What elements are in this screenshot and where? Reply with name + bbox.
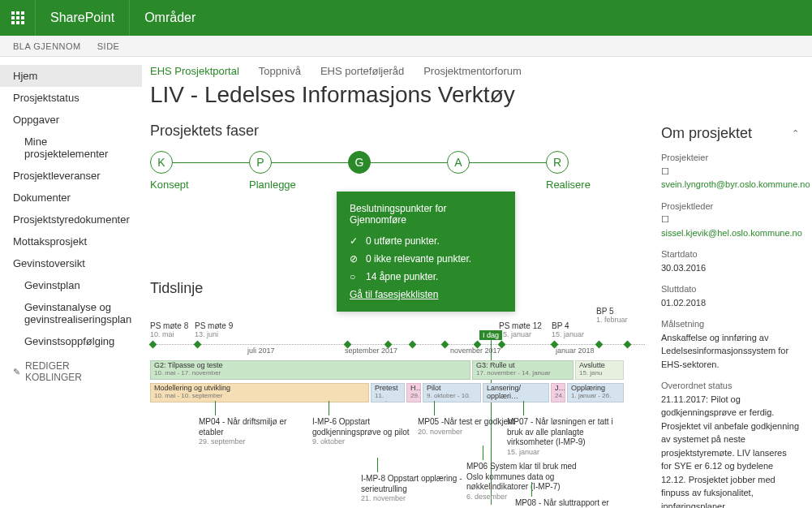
timeline-bar[interactable]: G2: Tilpasse og teste10. mai - 17. novem… [150, 360, 470, 380]
phase-circle: A [447, 151, 470, 174]
leftnav-item[interactable]: Gevinstsoppfølging [0, 330, 142, 352]
phase[interactable]: RRealisere [546, 151, 645, 191]
status-label: Overordnet status [661, 379, 799, 393]
phase-label: Konsept [150, 179, 249, 191]
timeline-bar[interactable]: Pilot9. oktober - 10. no [423, 383, 481, 403]
chevron-up-icon[interactable]: ⌃ [792, 127, 799, 140]
callout-line [531, 482, 532, 497]
milestone: BP 415. januar [552, 321, 584, 338]
suite-bar: SharePoint Områder [0, 0, 812, 36]
start-label: Startdato [661, 248, 799, 261]
topnav-item[interactable]: Prosjektmentorforum [423, 65, 522, 77]
section-about: Om prosjektet [661, 123, 752, 144]
milestone: PS møte 810. mai [150, 321, 188, 338]
app-launcher-icon[interactable] [0, 0, 36, 36]
leftnav-item[interactable]: Prosjektstyredokumenter [0, 209, 142, 230]
callout-line [523, 401, 524, 415]
about-panel: Om prosjektet ⌃ Prosjekteier☐ svein.lyng… [661, 123, 799, 508]
leftnav-item[interactable]: Mine prosjektelementer [0, 131, 142, 165]
brand-label[interactable]: SharePoint [36, 0, 130, 36]
owner-label: Prosjekteier [661, 151, 799, 165]
timeline-bar[interactable]: Opplæring1. januar - 26. [567, 383, 624, 403]
timeline-bar[interactable]: Lansering/ opplæri…17. november - 23. de [483, 383, 549, 403]
timeline-bar[interactable]: Modellering og utvikling10. mai - 10. se… [150, 383, 369, 403]
timeline-row: Modellering og utvikling10. mai - 10. se… [150, 383, 645, 404]
check-icon: ✓ [350, 235, 361, 247]
svg-rect-3 [11, 16, 15, 19]
timeline-bar[interactable]: H…29. [406, 383, 421, 403]
topnav-item[interactable]: EHS Prosjektportal [150, 65, 239, 77]
callout-line [215, 401, 216, 415]
end-label: Sluttdato [661, 282, 799, 296]
leftnav-item[interactable]: Mottaksprosjekt [0, 230, 142, 252]
callout-line [483, 446, 483, 460]
circle-icon: ○ [350, 271, 361, 282]
timeline-bar[interactable]: G3: Rulle ut17. november - 14. januar [472, 360, 574, 380]
areas-label[interactable]: Områder [130, 11, 210, 25]
leftnav-item[interactable]: Dokumenter [0, 187, 142, 209]
svg-rect-6 [11, 21, 15, 24]
topnav-item[interactable]: Toppnivå [259, 65, 301, 77]
timeline: PS møte 810. maiPS møte 913. juniPS møte… [150, 321, 645, 508]
timeline-callouts: MP04 - Når driftsmiljø er etabler29. sep… [150, 409, 645, 508]
callout-line [377, 458, 378, 472]
svg-rect-8 [21, 21, 24, 24]
tick: januar 2018 [556, 347, 595, 355]
callout: MP04 - Når driftsmiljø er etabler29. sep… [199, 417, 312, 446]
leftnav-item[interactable]: Gevinstplan [0, 274, 142, 296]
svg-rect-5 [21, 16, 24, 19]
callout: MP07 - Når løsningen er tatt i bruk av a… [507, 417, 621, 457]
phase-circle: P [249, 151, 272, 174]
phase[interactable]: KKonsept [150, 151, 249, 191]
milestone: PS møte 1215. januar [499, 321, 542, 338]
phase[interactable]: PPlanlegge [249, 151, 348, 191]
svg-rect-1 [16, 11, 19, 15]
owner-link[interactable]: svein.lyngroth@byr.oslo.kommune.no [661, 179, 810, 189]
leftnav-item[interactable]: Gevinstoversikt [0, 252, 142, 274]
tick: november 2017 [450, 347, 501, 355]
phase[interactable]: A [447, 151, 546, 191]
tick: juli 2017 [247, 347, 275, 355]
page-title: LIV - Ledelses Informasjons Verktøy [150, 82, 799, 108]
phase-label: Planlegge [249, 179, 348, 191]
timeline-bar[interactable]: Pretest11. septe [371, 383, 405, 403]
phase-circle: G [348, 151, 371, 174]
callout: MP08 - Når sluttrapport er godkjent1. fe… [515, 498, 629, 508]
svg-rect-7 [16, 21, 19, 24]
tooltip-irrelevant: 0 ikke relevante punkter. [366, 253, 471, 265]
left-nav: HjemProsjektstatusOppgaverMine prosjekte… [0, 57, 142, 508]
phase-label: Realisere [546, 179, 645, 191]
svg-rect-0 [11, 11, 15, 15]
phase-circle: K [150, 151, 173, 174]
timeline-bar[interactable]: Avslutte15. janu [575, 360, 624, 380]
ribbon-page[interactable]: SIDE [97, 41, 120, 51]
goal-label: Målsetning [661, 317, 799, 331]
timeline-axis: I dag juli 2017september 2017november 20… [150, 344, 645, 359]
callout-line [434, 401, 435, 415]
lead-link[interactable]: sissel.kjevik@hel.oslo.kommune.no [661, 228, 802, 238]
section-phases: Prosjektets faser [150, 123, 645, 140]
callout: I-MP-8 Oppstart opplæring - serieutrulli… [361, 474, 475, 503]
ribbon-browse[interactable]: BLA GJENNOM [13, 41, 81, 51]
status-value: 21.11.2017: Pilot og godkjenningsprøve e… [661, 393, 799, 509]
phase-tooltip: Beslutningspunkter for Gjennomføre ✓0 ut… [337, 192, 515, 312]
leftnav-item[interactable]: Gevinstanalyse og gevinstrealiseringspla… [0, 296, 142, 330]
tooltip-link[interactable]: Gå til fasesjekklisten [350, 289, 502, 300]
svg-rect-2 [21, 11, 24, 15]
end-value: 01.02.2018 [661, 296, 799, 310]
leftnav-item[interactable]: Prosjektstatus [0, 87, 142, 109]
tick: september 2017 [345, 347, 397, 355]
start-value: 30.03.2016 [661, 261, 799, 275]
block-icon: ⊘ [350, 253, 361, 265]
edit-links[interactable]: ✎REDIGER KOBLINGER [0, 352, 142, 391]
phase[interactable]: G [348, 151, 447, 191]
leftnav-item[interactable]: Hjem [0, 65, 142, 87]
timeline-row: G2: Tilpasse og teste10. mai - 17. novem… [150, 360, 645, 381]
leftnav-item[interactable]: Oppgaver [0, 109, 142, 131]
goal-value: Anskaffelse og innføring av Ledelsesinfo… [661, 331, 799, 372]
leftnav-item[interactable]: Prosjektleveranser [0, 165, 142, 187]
svg-rect-4 [16, 16, 19, 19]
milestone: BP 51. februar [596, 307, 628, 324]
timeline-bar[interactable]: J…24. [551, 383, 565, 403]
topnav-item[interactable]: EHS porteføljeråd [320, 65, 404, 77]
